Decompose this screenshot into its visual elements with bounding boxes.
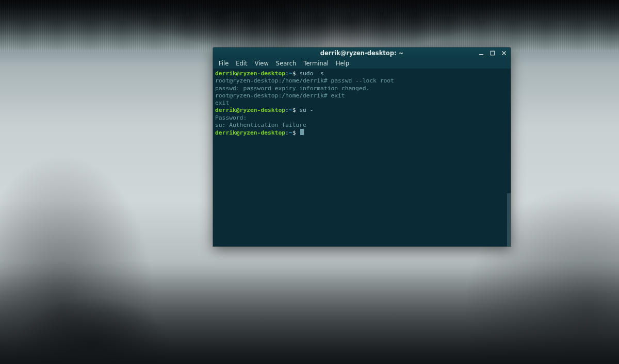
menu-file[interactable]: File — [215, 59, 232, 68]
prompt-user: derrik@ryzen-desktop — [215, 107, 285, 113]
terminal-line: root@ryzen-desktop:/home/derrik# passwd … — [215, 77, 509, 85]
terminal-output-area[interactable]: derrik@ryzen-desktop:~$ sudo -sroot@ryze… — [213, 69, 511, 246]
close-button[interactable] — [499, 49, 509, 57]
window-controls — [477, 47, 509, 58]
command-text — [296, 129, 299, 136]
output-text: exit — [215, 100, 229, 106]
output-text: Password: — [215, 114, 250, 121]
menu-terminal[interactable]: Terminal — [300, 59, 332, 68]
terminal-line: exit — [215, 100, 509, 107]
output-text: su: Authentication failure — [215, 122, 306, 128]
command-text: su - — [296, 107, 313, 113]
prompt-user: derrik@ryzen-desktop — [215, 129, 285, 136]
prompt-separator: : — [285, 107, 289, 113]
output-text: root@ryzen-desktop:/home/derrik# passwd … — [215, 77, 394, 84]
menu-edit[interactable]: Edit — [232, 59, 251, 68]
menu-search[interactable]: Search — [272, 59, 300, 68]
output-text: passwd: password expiry information chan… — [215, 85, 369, 92]
terminal-line: root@ryzen-desktop:/home/derrik# exit — [215, 92, 509, 100]
maximize-button[interactable] — [488, 49, 497, 57]
terminal-line: derrik@ryzen-desktop:~$ — [215, 129, 509, 137]
window-titlebar[interactable]: derrik@ryzen-desktop: ~ — [213, 47, 511, 58]
terminal-line: Password: — [215, 114, 509, 122]
terminal-window: derrik@ryzen-desktop: ~ File Edit View S… — [213, 47, 511, 246]
prompt-path: ~ — [289, 129, 292, 136]
prompt-path: ~ — [289, 107, 292, 113]
menu-help[interactable]: Help — [332, 59, 353, 68]
terminal-cursor — [300, 129, 304, 135]
terminal-line: derrik@ryzen-desktop:~$ su - — [215, 107, 509, 114]
window-title: derrik@ryzen-desktop: ~ — [320, 49, 403, 57]
prompt-separator: : — [285, 129, 289, 136]
scrollbar[interactable] — [507, 193, 511, 246]
prompt-path: ~ — [289, 70, 292, 77]
output-text: root@ryzen-desktop:/home/derrik# exit — [215, 92, 345, 99]
menu-bar: File Edit View Search Terminal Help — [213, 58, 511, 69]
prompt-user: derrik@ryzen-desktop — [215, 70, 285, 77]
svg-rect-0 — [479, 54, 483, 55]
command-text: sudo -s — [296, 70, 323, 77]
terminal-line: passwd: password expiry information chan… — [215, 85, 509, 92]
svg-rect-1 — [491, 51, 495, 55]
prompt-separator: : — [285, 70, 289, 77]
menu-view[interactable]: View — [251, 59, 272, 68]
terminal-line: derrik@ryzen-desktop:~$ sudo -s — [215, 70, 509, 77]
terminal-line: su: Authentication failure — [215, 122, 509, 129]
minimize-button[interactable] — [477, 49, 486, 57]
